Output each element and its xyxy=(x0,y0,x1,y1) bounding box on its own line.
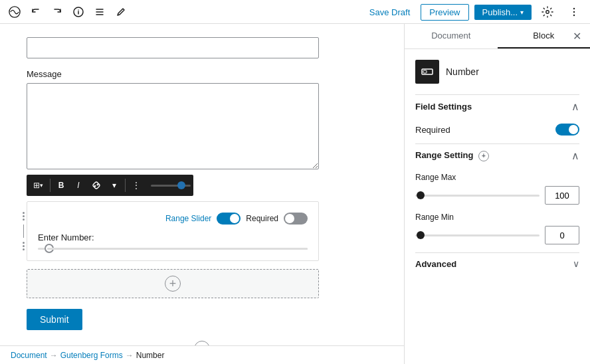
sidebar-content: Number Field Settings ∧ Required Range S… xyxy=(405,49,590,364)
field-settings-title: Field Settings xyxy=(415,102,472,112)
redo-button[interactable] xyxy=(48,3,66,21)
settings-button[interactable] xyxy=(537,1,558,23)
range-slider-track[interactable] xyxy=(38,248,308,250)
more-block-options-button[interactable]: ⋮ xyxy=(128,178,144,193)
required-field-label: Required xyxy=(415,125,450,135)
block-type-button[interactable]: ⊞ ▾ xyxy=(29,178,47,193)
toolbar-divider-1 xyxy=(50,179,50,192)
publish-button[interactable]: Publish... ▾ xyxy=(474,5,532,20)
range-max-track-row xyxy=(415,186,579,205)
handle-dot xyxy=(23,212,25,214)
breadcrumb: Document → Gutenberg Forms → Number xyxy=(0,345,404,364)
range-slider-block: Range Slider Required Enter Number: xyxy=(27,201,319,261)
bold-button[interactable]: B xyxy=(53,178,69,193)
main-content: Message ⊞ ▾ B I ▾ ⋮ xyxy=(0,24,404,364)
add-block-icon[interactable]: + xyxy=(165,276,181,292)
required-toggle[interactable] xyxy=(284,213,308,225)
handle-dot xyxy=(23,245,25,247)
preview-button[interactable]: Preview xyxy=(421,4,468,21)
handle-dot xyxy=(23,215,25,217)
range-min-track-row xyxy=(415,226,579,244)
svg-point-9 xyxy=(573,15,575,16)
block-dropdown-icon: ▾ xyxy=(40,182,43,189)
message-label: Message xyxy=(27,69,377,79)
toolbar-divider-2 xyxy=(125,179,126,192)
table-icon: ⊞ xyxy=(33,181,40,190)
advanced-chevron-icon: ∨ xyxy=(573,258,579,269)
rs-header: Range Slider Required xyxy=(38,213,308,225)
svg-rect-11 xyxy=(423,70,427,73)
required-toggle-knob xyxy=(569,125,578,134)
required-field-row: Required xyxy=(415,124,579,136)
main-layout: Message ⊞ ▾ B I ▾ ⋮ xyxy=(0,24,590,364)
block-type-name: Number xyxy=(446,66,479,77)
range-slider-toggle[interactable] xyxy=(217,213,241,225)
handle-dot xyxy=(23,248,25,250)
breadcrumb-arrow-1: → xyxy=(50,351,58,360)
block-type-icon xyxy=(415,60,439,84)
breadcrumb-number: Number xyxy=(136,351,165,360)
range-min-row: Range Min xyxy=(415,213,579,244)
range-min-label: Range Min xyxy=(415,213,579,222)
wordpress-icon-btn[interactable] xyxy=(5,3,24,21)
undo-button[interactable] xyxy=(27,3,45,21)
sidebar: Document Block ✕ Number Field Settings ∧ xyxy=(404,24,590,364)
title-input[interactable] xyxy=(27,37,319,58)
required-text: Required xyxy=(246,214,278,223)
link-button[interactable] xyxy=(88,178,105,193)
range-max-label: Range Max xyxy=(415,173,579,182)
svg-point-2 xyxy=(78,9,78,10)
breadcrumb-arrow-2: → xyxy=(126,351,134,360)
breadcrumb-gutenberg-forms[interactable]: Gutenberg Forms xyxy=(60,351,123,360)
sidebar-close-button[interactable]: ✕ xyxy=(569,29,585,45)
advanced-section[interactable]: Advanced ∨ xyxy=(415,252,579,274)
svg-point-8 xyxy=(573,11,575,13)
range-setting-header[interactable]: Range Setting + ∧ xyxy=(415,143,579,167)
toggle-knob xyxy=(230,214,239,223)
range-max-track[interactable] xyxy=(415,195,540,197)
range-min-input[interactable] xyxy=(545,226,579,244)
handle-dot xyxy=(23,219,25,221)
range-setting-help-icon[interactable]: + xyxy=(478,151,489,161)
range-setting-title: Range Setting + xyxy=(415,150,489,161)
field-settings-header[interactable]: Field Settings ∧ xyxy=(415,94,579,118)
more-options-button[interactable] xyxy=(563,1,585,23)
range-slider-container: Range Slider Required Enter Number: xyxy=(27,201,319,261)
message-textarea[interactable] xyxy=(27,83,319,169)
range-min-track[interactable] xyxy=(415,234,540,236)
enter-number-label: Enter Number: xyxy=(38,232,308,242)
tab-document[interactable]: Document xyxy=(405,24,498,48)
toolbar-right: Save Draft Preview Publish... ▾ xyxy=(364,0,585,24)
sidebar-tabs: Document Block ✕ xyxy=(405,24,590,49)
block-type-info: Number xyxy=(415,60,579,84)
range-max-input[interactable] xyxy=(545,186,579,205)
save-draft-button[interactable]: Save Draft xyxy=(364,5,415,20)
handle-dot xyxy=(23,242,25,244)
italic-button[interactable]: I xyxy=(70,178,86,193)
range-min-thumb[interactable] xyxy=(417,231,425,239)
publish-chevron-icon: ▾ xyxy=(520,9,524,16)
required-sidebar-toggle[interactable] xyxy=(555,124,579,136)
advanced-label: Advanced xyxy=(415,259,456,269)
range-setting-collapse-icon: ∧ xyxy=(571,149,579,162)
slider-fill xyxy=(47,248,308,250)
svg-point-6 xyxy=(546,11,549,14)
range-max-row: Range Max xyxy=(415,173,579,205)
info-button[interactable] xyxy=(69,3,88,21)
list-view-button[interactable] xyxy=(90,3,109,21)
top-toolbar: Save Draft Preview Publish... ▾ xyxy=(0,0,590,24)
field-settings-collapse-icon: ∧ xyxy=(571,100,579,113)
range-max-thumb[interactable] xyxy=(417,191,425,199)
block-toolbar: ⊞ ▾ B I ▾ ⋮ xyxy=(27,175,193,196)
range-slider-label: Range Slider xyxy=(165,214,211,223)
pencil-button[interactable] xyxy=(112,3,130,21)
toggle-knob-required xyxy=(285,214,294,223)
text-dropdown-button[interactable]: ▾ xyxy=(106,178,122,193)
svg-point-7 xyxy=(573,8,575,9)
add-block-area[interactable]: + xyxy=(27,269,319,298)
submit-button[interactable]: Submit xyxy=(27,309,82,330)
slider-indicator xyxy=(151,185,191,187)
breadcrumb-document[interactable]: Document xyxy=(11,351,47,360)
